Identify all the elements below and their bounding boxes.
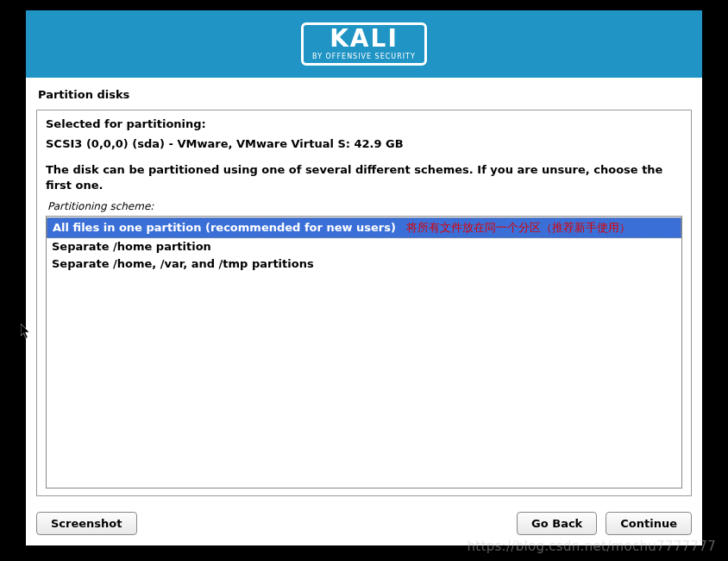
option-label: All files in one partition (recommended … (53, 221, 396, 234)
screenshot-button[interactable]: Screenshot (36, 512, 137, 535)
option-label: Separate /home partition (52, 240, 211, 253)
nav-buttons: Go Back Continue (517, 512, 692, 535)
partitioning-scheme-list[interactable]: All files in one partition (recommended … (46, 216, 682, 489)
main-panel: Selected for partitioning: SCSI3 (0,0,0)… (36, 110, 692, 496)
option-separate-home-var-tmp[interactable]: Separate /home, /var, and /tmp partition… (47, 255, 681, 273)
logo-text: KALI (329, 27, 399, 51)
continue-button[interactable]: Continue (606, 512, 692, 535)
option-label: Separate /home, /var, and /tmp partition… (52, 257, 314, 270)
go-back-button[interactable]: Go Back (517, 512, 597, 535)
instruction-text: The disk can be partitioned using one of… (46, 162, 682, 193)
partitioning-scheme-label: Partitioning scheme: (46, 200, 682, 212)
option-all-in-one[interactable]: All files in one partition (recommended … (47, 217, 681, 238)
button-row: Screenshot Go Back Continue (26, 503, 702, 545)
disk-info: SCSI3 (0,0,0) (sda) - VMware, VMware Vir… (46, 137, 682, 150)
installer-window: KALI BY OFFENSIVE SECURITY Partition dis… (26, 10, 702, 545)
option-separate-home[interactable]: Separate /home partition (47, 238, 681, 255)
content-area: Partition disks Selected for partitionin… (26, 78, 702, 503)
page-title: Partition disks (36, 88, 692, 101)
option-annotation: 将所有文件放在同一个分区（推荐新手使用） (406, 220, 631, 236)
header-banner: KALI BY OFFENSIVE SECURITY (26, 10, 702, 78)
kali-logo: KALI BY OFFENSIVE SECURITY (301, 22, 427, 66)
selected-for-partitioning-label: Selected for partitioning: (46, 117, 682, 130)
logo-subtitle: BY OFFENSIVE SECURITY (312, 53, 416, 60)
